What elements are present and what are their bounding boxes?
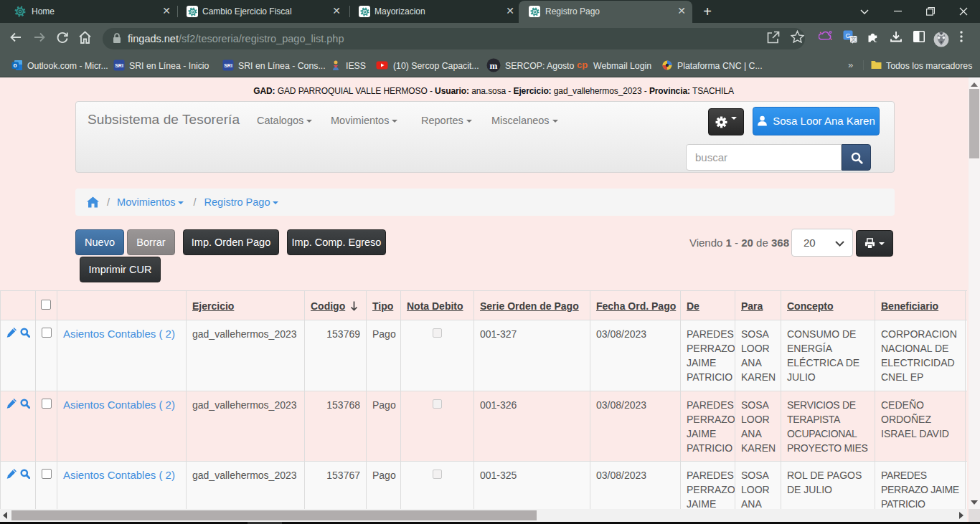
svg-text:cp: cp xyxy=(577,59,588,70)
svg-text:SRI: SRI xyxy=(115,63,123,68)
svg-text:文: 文 xyxy=(851,36,857,42)
svg-text:G: G xyxy=(845,32,850,39)
svg-text:o: o xyxy=(14,62,17,69)
svg-text:SRI: SRI xyxy=(224,63,232,68)
svg-text:m: m xyxy=(490,60,498,71)
